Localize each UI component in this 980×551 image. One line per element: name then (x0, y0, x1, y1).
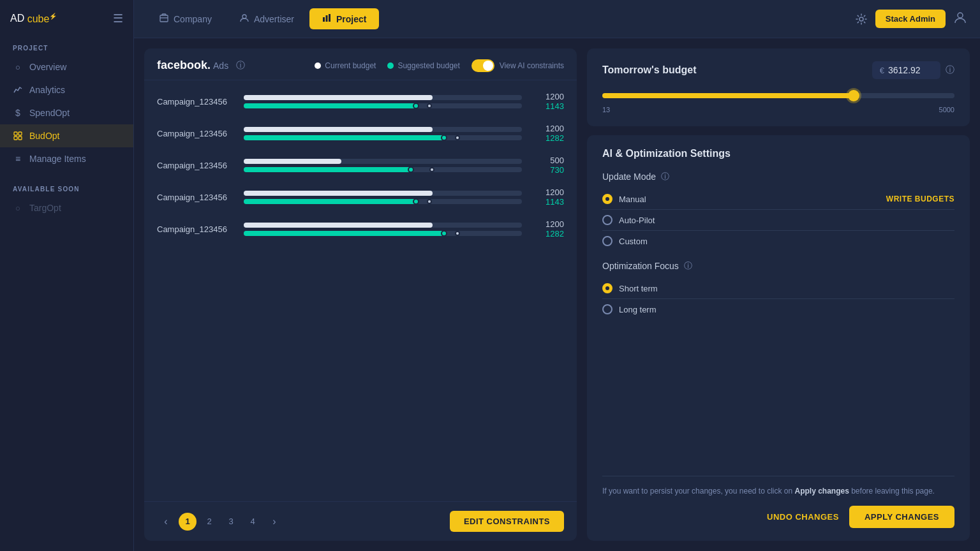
radio-left: Short term (602, 283, 658, 293)
sidebar-item-label: Manage Items (29, 154, 86, 164)
budget-current-value: 1200 (532, 124, 564, 133)
apply-changes-button[interactable]: APPLY CHANGES (849, 506, 954, 528)
budget-values: 1200 1282 (532, 124, 564, 143)
suggested-bar-dot (441, 230, 447, 237)
next-page-button[interactable]: › (265, 513, 283, 531)
budget-values: 500 730 (532, 156, 564, 175)
current-bar-track (244, 223, 522, 228)
optimization-focus-header: Optimization Focus ⓘ (602, 260, 954, 272)
svg-rect-4 (160, 15, 168, 22)
budget-suggested-value: 1143 (532, 101, 564, 111)
circle-icon: ○ (13, 203, 23, 213)
sidebar-item-label: TargOpt (29, 203, 61, 213)
page-2-button[interactable]: 2 (200, 513, 218, 531)
svg-rect-3 (19, 136, 22, 140)
suggested-bar-dot (413, 198, 419, 205)
radio-label-auto: Auto-Pilot (619, 216, 655, 225)
campaigns-panel: facebook.Ads ⓘ Current budget Suggested … (144, 48, 577, 541)
budget-title: Tomorrow's budget (602, 64, 697, 76)
slider-min: 13 (602, 106, 610, 114)
suggested-label: Suggested budget (397, 61, 459, 70)
sidebar-item-budopt[interactable]: BudOpt (0, 124, 133, 147)
legend: Current budget Suggested budget View AI … (315, 59, 564, 72)
budget-info-icon[interactable]: ⓘ (946, 64, 954, 76)
top-nav: Company Advertiser Project Stack Admin (134, 0, 980, 38)
svg-rect-0 (14, 132, 17, 135)
current-bar-dot (427, 103, 432, 108)
radio-circle-manual (602, 194, 612, 204)
suggested-bar-fill (244, 167, 411, 172)
budget-slider[interactable] (602, 93, 954, 98)
budget-suggested-value: 1282 (532, 229, 564, 239)
svg-rect-2 (14, 136, 17, 140)
logo: AD cube⚡ (10, 12, 57, 24)
tab-project[interactable]: Project (309, 8, 379, 29)
current-bar-dot (455, 135, 460, 140)
radio-circle-auto (602, 215, 612, 225)
undo-changes-button[interactable]: UNDO CHANGES (767, 512, 839, 522)
tab-label: Advertiser (254, 14, 294, 24)
budget-card: Tomorrow's budget € ⓘ 13 5000 (587, 48, 970, 126)
suggested-bar-fill (244, 199, 416, 204)
budget-values: 1200 1282 (532, 219, 564, 239)
suggested-bar-fill (244, 231, 444, 236)
radio-custom[interactable]: Custom (602, 231, 954, 251)
suggested-bar-track[interactable] (244, 167, 522, 172)
stack-admin-button[interactable]: Stack Admin (875, 10, 946, 28)
bars-container (244, 95, 522, 108)
page-1-button[interactable]: 1 (179, 513, 197, 531)
bars-container (244, 223, 522, 236)
suggested-bar-track[interactable] (244, 135, 522, 140)
sidebar-item-spendopt[interactable]: $ SpendOpt (0, 101, 133, 124)
current-bar-dot (429, 167, 434, 172)
budget-current-value: 1200 (532, 92, 564, 101)
sidebar-item-label: Overview (29, 62, 66, 72)
analytics-icon (13, 85, 23, 95)
sidebar-item-overview[interactable]: ○ Overview (0, 55, 133, 78)
bars-container (244, 191, 522, 204)
sidebar-item-analytics[interactable]: Analytics (0, 78, 133, 101)
svg-point-10 (859, 17, 863, 21)
tab-advertiser[interactable]: Advertiser (227, 8, 307, 29)
update-mode-label: Update Mode (602, 172, 656, 182)
suggested-bar-fill (244, 103, 416, 108)
facebook-logo: facebook.Ads ⓘ (157, 59, 245, 72)
settings-button[interactable] (855, 13, 868, 26)
section-label-project: PROJECT (0, 36, 133, 55)
optimization-info-icon[interactable]: ⓘ (684, 260, 692, 272)
campaign-row: Campaign_123456 1200 1143 (144, 85, 577, 117)
suggested-dot (387, 62, 394, 69)
sidebar-item-label: Analytics (29, 85, 65, 95)
ai-constraints-toggle[interactable] (471, 59, 494, 72)
edit-constraints-button[interactable]: EDIT CONSTRAINTS (450, 511, 564, 532)
prev-page-button[interactable]: ‹ (157, 513, 175, 531)
campaign-name: Campaign_123456 (157, 161, 234, 170)
pagination: ‹ 1 2 3 4 › EDIT CONSTRAINTS (144, 501, 577, 541)
budget-current-value: 500 (532, 156, 564, 165)
page-4-button[interactable]: 4 (244, 513, 262, 531)
radio-auto-pilot[interactable]: Auto-Pilot (602, 210, 954, 231)
persist-note-suffix: before leaving this page. (849, 487, 935, 496)
suggested-bar-track[interactable] (244, 103, 522, 108)
current-bar-fill (244, 223, 433, 228)
sidebar-item-manage-items[interactable]: ≡ Manage Items (0, 147, 133, 170)
current-bar-dot (427, 199, 432, 204)
suggested-bar-track[interactable] (244, 231, 522, 236)
radio-manual[interactable]: Manual WRITE BUDGETS (602, 189, 954, 210)
budget-input[interactable] (888, 65, 933, 75)
suggested-bar-dot (441, 135, 447, 141)
write-budgets-link[interactable]: WRITE BUDGETS (886, 195, 954, 203)
hamburger-icon[interactable]: ☰ (113, 11, 123, 26)
campaign-row: Campaign_123456 1200 1282 (144, 117, 577, 149)
sidebar: AD cube⚡ ☰ PROJECT ○ Overview Analytics … (0, 0, 134, 551)
page-3-button[interactable]: 3 (222, 513, 240, 531)
platform-info-icon[interactable]: ⓘ (236, 60, 245, 71)
update-mode-info-icon[interactable]: ⓘ (661, 171, 669, 182)
tab-company[interactable]: Company (147, 8, 225, 29)
optimization-focus-label: Optimization Focus (602, 261, 679, 271)
radio-label-custom: Custom (619, 237, 648, 246)
suggested-bar-track[interactable] (244, 199, 522, 204)
user-account-button[interactable] (953, 10, 967, 27)
radio-long-term[interactable]: Long term (602, 299, 954, 320)
radio-short-term[interactable]: Short term (602, 278, 954, 299)
